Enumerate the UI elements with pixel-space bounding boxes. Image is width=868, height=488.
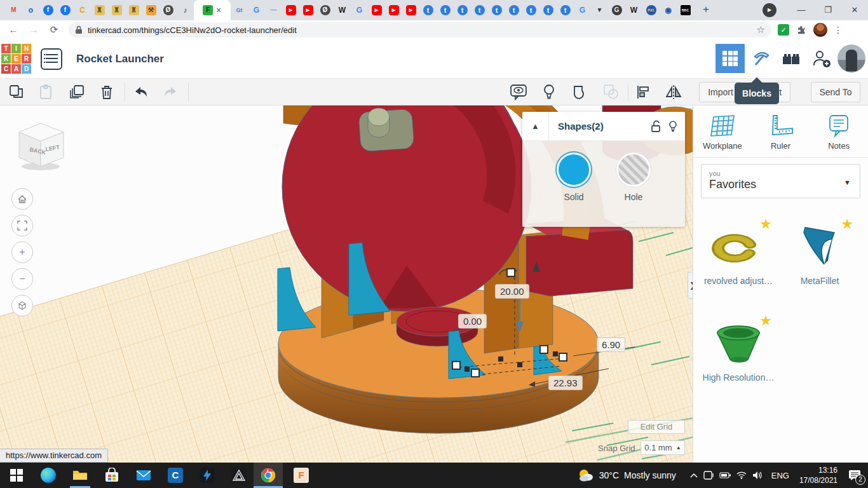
home-view-button[interactable] xyxy=(11,188,33,210)
browser-tab[interactable]: t xyxy=(539,0,557,20)
shape-metafillet[interactable]: ★ MetaFillet xyxy=(782,222,857,286)
browser-tab[interactable]: F ✕ xyxy=(194,0,231,20)
browser-tab[interactable]: f xyxy=(57,0,74,20)
browser-tab[interactable]: C xyxy=(74,0,91,20)
language-indicator[interactable]: ENG xyxy=(771,471,789,480)
redo-button[interactable] xyxy=(160,83,180,102)
browser-tab[interactable]: G xyxy=(248,0,265,20)
solid-option[interactable]: Solid xyxy=(557,152,591,227)
edit-grid-button[interactable]: Edit Grid xyxy=(628,420,685,434)
browser-menu-icon[interactable]: ⋮ xyxy=(834,25,843,35)
browser-tab[interactable]: ♪ xyxy=(177,0,194,20)
copy-button[interactable] xyxy=(6,83,27,102)
browser-tab[interactable]: G xyxy=(574,0,591,20)
flashprint-icon[interactable] xyxy=(200,468,215,483)
ruler-tool[interactable]: Ruler xyxy=(752,113,810,151)
browser-tab[interactable]: ⚒ xyxy=(142,0,159,20)
tab-close-icon[interactable]: ✕ xyxy=(215,7,221,14)
url-text[interactable]: tinkercad.com/things/cCE3HiNw2dO-rocket-… xyxy=(88,25,757,35)
fit-view-button[interactable] xyxy=(11,215,33,236)
window-close-button[interactable]: ✕ xyxy=(841,1,868,20)
browser-tab[interactable]: W xyxy=(334,0,351,20)
browser-tab[interactable]: t xyxy=(471,0,488,20)
browser-tab[interactable]: Ø xyxy=(159,0,177,20)
browser-tab[interactable]: ▼ xyxy=(591,0,608,20)
align-button[interactable] xyxy=(633,83,653,102)
view-cube[interactable]: BACK LEFT xyxy=(10,118,71,174)
dim-depth-field[interactable]: 6.90 xyxy=(597,337,625,352)
perspective-toggle-button[interactable] xyxy=(11,295,33,316)
dim-width-field[interactable]: 22.93 xyxy=(548,376,583,390)
forward-button[interactable]: → xyxy=(25,22,42,38)
file-explorer-icon[interactable] xyxy=(72,468,88,483)
3d-viewport[interactable]: BACK LEFT + − 20.00 0.00 6.90 22.93 Edit… xyxy=(0,105,693,463)
browser-tab[interactable]: ◉ xyxy=(660,0,677,20)
reload-button[interactable]: ⟳ xyxy=(46,22,62,38)
browser-tab[interactable]: M xyxy=(5,0,22,20)
shape-high-resolution[interactable]: ★ High Resolution… xyxy=(701,319,776,383)
mail-icon[interactable] xyxy=(136,468,151,483)
mirror-button[interactable] xyxy=(663,83,684,102)
shape-collection-dropdown[interactable]: you Favorites ▼ xyxy=(701,164,860,198)
tinkercad-logo[interactable]: TINKERCAD xyxy=(1,44,32,74)
workplane-tool[interactable]: Workplane xyxy=(693,113,752,151)
notes-tool[interactable]: Notes xyxy=(810,113,868,151)
favorite-star-icon[interactable]: ★ xyxy=(759,216,772,233)
sidebar-collapse-handle[interactable]: ❯ xyxy=(688,272,693,299)
browser-tab[interactable]: ♜ xyxy=(125,0,142,20)
dim-height-field[interactable]: 20.00 xyxy=(495,284,529,299)
media-controls-button[interactable]: ▶ xyxy=(763,3,776,17)
browser-tab[interactable]: P21 xyxy=(642,0,660,20)
chrome-icon[interactable] xyxy=(261,468,276,483)
edge-icon[interactable] xyxy=(41,468,56,483)
zoom-in-button[interactable]: + xyxy=(11,241,33,263)
cura-icon[interactable]: C xyxy=(168,468,183,483)
send-to-button[interactable]: Send To xyxy=(811,82,860,102)
browser-tab[interactable]: t xyxy=(505,0,522,20)
browser-tab[interactable]: ▶ xyxy=(299,0,316,20)
browser-tab[interactable]: ▶ xyxy=(368,0,385,20)
solid-color-swatch[interactable] xyxy=(557,152,591,187)
battery-icon[interactable] xyxy=(719,471,731,479)
bricks-button[interactable] xyxy=(776,44,806,73)
fusion360-icon[interactable]: F xyxy=(294,468,309,483)
browser-tab[interactable]: t xyxy=(437,0,454,20)
browser-tab[interactable]: ▶ xyxy=(385,0,402,20)
design-menu-button[interactable] xyxy=(41,48,62,70)
dim-elevation-field[interactable]: 0.00 xyxy=(458,314,487,329)
lightbulb-icon[interactable] xyxy=(668,120,677,133)
browser-tab[interactable]: o xyxy=(22,0,39,20)
new-tab-button[interactable]: + xyxy=(698,2,714,18)
browser-tab[interactable]: G xyxy=(608,0,625,20)
address-bar[interactable]: tinkercad.com/things/cCE3HiNw2dO-rocket-… xyxy=(69,22,771,37)
hidden-icons-chevron[interactable] xyxy=(690,473,698,478)
snap-grid-select[interactable]: 0.1 mm ▲ xyxy=(641,440,685,455)
browser-tab[interactable]: t xyxy=(488,0,505,20)
window-restore-button[interactable]: ❐ xyxy=(815,1,841,20)
duplicate-button[interactable] xyxy=(67,83,88,102)
browser-tab[interactable]: t xyxy=(454,0,471,20)
tablet-mode-icon[interactable] xyxy=(703,471,714,480)
ungroup-button[interactable] xyxy=(601,83,621,102)
action-center-button[interactable]: 2 xyxy=(845,470,864,481)
browser-tab[interactable]: Ø xyxy=(316,0,334,20)
show-all-button[interactable] xyxy=(539,83,559,102)
browser-profile-avatar[interactable] xyxy=(813,23,827,37)
prusaslicer-icon[interactable] xyxy=(231,468,247,483)
shape-revolved-adjust[interactable]: ★ revolved adjust… xyxy=(701,222,776,286)
favorite-star-icon[interactable]: ★ xyxy=(841,216,853,233)
taskbar-weather[interactable]: 30°C Mostly sunny xyxy=(578,468,676,482)
extensions-puzzle-icon[interactable] xyxy=(796,24,807,36)
store-icon[interactable] xyxy=(104,468,119,483)
group-button[interactable] xyxy=(571,83,591,102)
browser-tab[interactable]: BBC xyxy=(677,0,694,20)
zoom-out-button[interactable]: − xyxy=(11,268,33,290)
browser-tab[interactable]: f xyxy=(39,0,57,20)
shapes-grid-button[interactable] xyxy=(715,44,745,73)
design-title[interactable]: Rocket Launcher xyxy=(76,53,164,65)
hide-selected-button[interactable] xyxy=(508,83,529,102)
back-button[interactable]: ← xyxy=(5,22,22,38)
paste-button[interactable] xyxy=(36,83,56,102)
taskbar-clock[interactable]: 13:16 17/08/2021 xyxy=(799,465,837,485)
browser-tab[interactable]: ▶ xyxy=(402,0,419,20)
